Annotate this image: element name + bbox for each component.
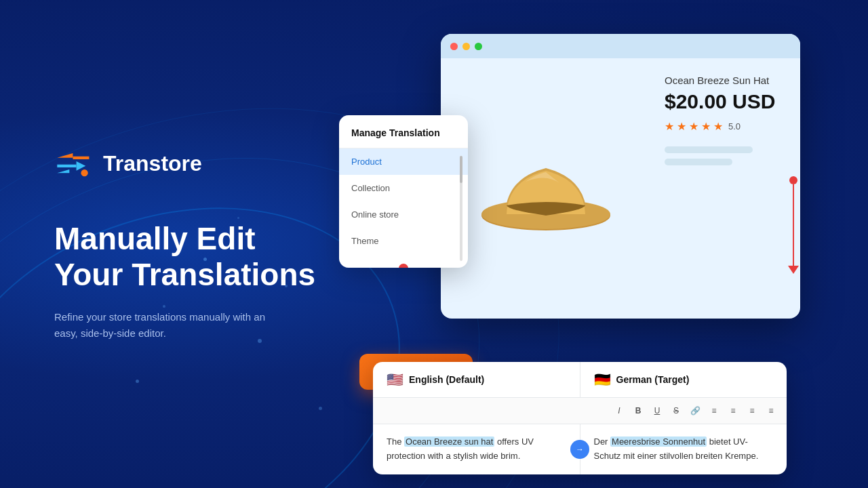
svg-marker-2 — [77, 161, 86, 171]
placeholder-bar-1 — [665, 146, 753, 153]
logo-text: Transtore — [103, 151, 202, 176]
editor-source-text: The Ocean Breeze sun hat offers UV prote… — [373, 424, 580, 474]
star-4: ★ — [701, 120, 711, 133]
de-flag: 🇩🇪 — [594, 371, 611, 388]
between-arrow: → — [570, 440, 589, 459]
right-panel: Ocean Breeze Sun Hat $20.00 USD ★ ★ ★ ★ … — [339, 0, 814, 488]
logo: Transtore — [54, 146, 339, 180]
browser-dot-yellow — [462, 43, 470, 50]
red-dot-top — [789, 176, 797, 184]
target-lang-label: German (Target) — [616, 374, 690, 385]
editor-header: 🇺🇸 English (Default) 🇩🇪 German (Target) — [373, 362, 787, 398]
source-text-before: The — [387, 436, 404, 447]
us-flag: 🇺🇸 — [387, 371, 403, 388]
star-5: ★ — [713, 120, 723, 133]
editor-target-text[interactable]: Der Meeresbrise Sonnenhut bietet UV-Schu… — [580, 424, 787, 474]
target-language-col: 🇩🇪 German (Target) — [580, 362, 787, 397]
browser-dot-red — [450, 43, 458, 50]
main-content: Transtore Manually Edit Your Translation… — [0, 0, 868, 488]
star-1: ★ — [665, 120, 674, 133]
hat-svg — [478, 134, 614, 243]
manage-translation-panel: Manage Translation Product Collection On… — [339, 115, 468, 268]
star-3: ★ — [689, 120, 698, 133]
toolbar-italic[interactable]: I — [612, 403, 627, 418]
target-text-before: Der — [594, 436, 611, 447]
placeholder-bar-2 — [665, 159, 732, 165]
toolbar-align-right[interactable]: ≡ — [745, 403, 760, 418]
manage-item-online-store[interactable]: Online store — [339, 201, 468, 228]
manage-item-product[interactable]: Product — [339, 148, 468, 175]
panel-connector-dot — [399, 264, 408, 268]
editor-toolbar: I B U S 🔗 ≡ ≡ ≡ ≡ — [373, 398, 787, 424]
toolbar-strikethrough[interactable]: S — [669, 403, 684, 418]
svg-point-3 — [81, 169, 87, 176]
source-lang-label: English (Default) — [409, 374, 484, 385]
manage-panel-header: Manage Translation — [339, 115, 468, 148]
toolbar-align-left[interactable]: ≡ — [707, 403, 722, 418]
source-highlighted: Ocean Breeze sun hat — [404, 436, 494, 447]
manage-scrollbar-thumb — [460, 156, 462, 183]
manage-scrollbar — [460, 156, 462, 261]
toolbar-bold[interactable]: B — [631, 403, 646, 418]
source-language-col: 🇺🇸 English (Default) — [373, 362, 580, 397]
hero-subtext: Refine your store translations manually … — [54, 309, 271, 342]
toolbar-underline[interactable]: U — [650, 403, 665, 418]
right-arrow — [788, 176, 799, 274]
toolbar-justify[interactable]: ≡ — [764, 403, 778, 418]
toolbar-spacer — [381, 403, 608, 418]
manage-item-collection[interactable]: Collection — [339, 175, 468, 201]
red-line — [793, 184, 794, 266]
translation-editor-panel: 🇺🇸 English (Default) 🇩🇪 German (Target) … — [373, 362, 787, 474]
logo-icon — [54, 146, 95, 180]
rating-number: 5.0 — [728, 121, 741, 131]
browser-window: Ocean Breeze Sun Hat $20.00 USD ★ ★ ★ ★ … — [441, 34, 800, 319]
toolbar-link[interactable]: 🔗 — [688, 403, 703, 418]
browser-bar — [441, 34, 800, 58]
product-title: Ocean Breeze Sun Hat — [665, 75, 769, 86]
target-highlighted: Meeresbrise Sonnenhut — [610, 436, 707, 447]
product-price: $20.00 USD — [665, 90, 775, 113]
browser-dot-green — [475, 43, 482, 50]
left-panel: Transtore Manually Edit Your Translation… — [54, 146, 339, 342]
hat-image-area — [454, 72, 637, 305]
red-arrow-down — [788, 266, 799, 274]
headline: Manually Edit Your Translations — [54, 221, 339, 293]
editor-body: The Ocean Breeze sun hat offers UV prote… — [373, 424, 787, 474]
toolbar-align-center[interactable]: ≡ — [726, 403, 741, 418]
star-rating: ★ ★ ★ ★ ★ 5.0 — [665, 120, 741, 133]
manage-item-theme[interactable]: Theme — [339, 228, 468, 254]
star-2: ★ — [677, 120, 686, 133]
